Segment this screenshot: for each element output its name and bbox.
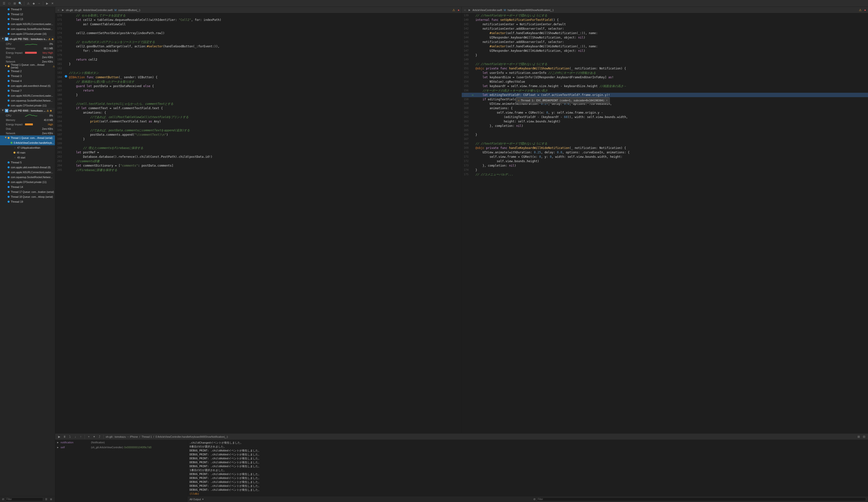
thread7-item[interactable]: Thread 7 [0,88,55,93]
bullet-t7 [8,90,10,92]
var-name-self: self [61,446,90,449]
console-line-13: DEBUG_PRINT: .childAddedイベントが発生しました。 [189,488,866,492]
continue-btn[interactable]: ▶ [57,435,61,439]
bc-method2[interactable]: handleKeyboardWillShowNotification(_:) [508,9,554,11]
step-over-btn[interactable]: ⤵ [68,435,72,439]
bc-file2[interactable]: ArticleViewController.swift [473,9,502,11]
thread-13-item[interactable]: Thread 13 [0,17,55,22]
proc1-cpu-value: 0% [38,43,53,46]
thread3-item[interactable]: Thread 3 [0,73,55,79]
add-expr-btn[interactable]: + [87,435,91,439]
filter-grid-icon[interactable]: ⊞ [49,497,53,501]
thread17-item[interactable]: Thread 17 Queue: com...tivation (serial) [0,189,55,194]
frame48-item[interactable]: 48 main [0,150,55,155]
top-toolbar: ☰ □ ⊞ 🔍 ⚠ ◆ → ▶ ✕ [0,0,868,7]
breakpoint-184[interactable] [65,75,67,78]
all-output-arrow[interactable]: ▼ [202,498,204,501]
thread1b-item[interactable]: ▶ Thread 1 Queue: com....thread (serial) [0,135,55,140]
breakpoint-icon[interactable]: ◆ [32,1,35,6]
error-left-icon[interactable]: ● [456,8,461,12]
thread-9-label: Thread 9 [11,8,22,11]
svg-rect-1 [25,123,33,126]
thread4-item[interactable]: Thread 4 [0,79,55,83]
split-btn[interactable]: ⊟ [862,435,866,439]
search-icon[interactable]: 🔍 [18,1,22,6]
bc-file1[interactable]: ArticleViewController.swift [83,9,113,11]
thread-ukit6-item[interactable]: com.apple.uikit.eventfetch-thread (6) [0,83,55,88]
thread-cf11a-item[interactable]: com.apple.CFSocket.private (11) [0,103,55,108]
process1-header[interactable]: ▶ ⊕ oh-gili PID 7501 : tomokazu o... ⚠ ⊕ [0,36,55,42]
proc2-disk-row: Disk Zero KB/s [0,127,55,131]
thread2-item[interactable]: Thread 2 [0,69,55,73]
nav-back-right[interactable]: ◀ [463,8,467,12]
thread3-label: Thread 3 [11,74,22,78]
bc-ohgili2[interactable]: oh-gili [74,9,81,11]
bc-sep6: › [506,9,507,11]
sidebar-toggle-icon[interactable]: ☰ [2,1,6,6]
frame49-item[interactable]: ○ 49 start [0,155,55,160]
all-output-label: All Output [189,498,201,501]
thread5-item[interactable]: Thread 5 [0,160,55,165]
filter-list-icon[interactable]: ☰ [44,497,48,501]
thread-cf11b-item[interactable]: com.apple.CFSocket.private (11) [0,180,55,184]
thread1a-item[interactable]: ▶ Thread 1 Queue: com....thread (serial)… [0,64,55,69]
expr-btn[interactable]: ✦ [92,435,96,439]
proc2-mem-label: Memory [6,119,37,121]
frame47-item[interactable]: ○ 47 UIApplicationMain [0,145,55,150]
tooltip-close-icon[interactable]: ✕ [606,98,608,102]
nav-fwd-left[interactable]: ▶ [61,8,65,12]
filter-input[interactable] [5,497,43,501]
debug-device: oh-gili : tomokazu → iPhone [106,435,138,438]
thread-9-item[interactable]: Thread 9 [0,7,55,12]
layout-btn[interactable]: ⊞ [857,435,861,439]
thread-ukit8-item[interactable]: com.apple.uikit.eventfetch-thread (8) [0,165,55,170]
thread1a-label: Thread 1 Queue: com....thread (serial) [11,63,52,69]
rline-147: 147 UIResponder.keyboardWillHideNotifica… [462,49,868,53]
frame0-item[interactable]: 0 ArticleViewController.handleKeyb... [0,140,55,145]
breakpoint-tooltip: ⚠ Thread 1: EXC_BREAKPOINT (code=1, subc… [516,97,610,103]
step-icon[interactable]: → [37,1,41,6]
bc-sep5: › [503,9,503,11]
thread-sq1-item[interactable]: com.squareup.SocketRocket.Networ... [0,27,55,31]
thread18-item[interactable]: Thread 18 Queue: com...rkloop (serial) [0,194,55,199]
share-btn[interactable]: ⤴ [97,435,102,439]
error-right-icon[interactable]: ● [863,8,867,12]
stop-icon[interactable]: ✕ [51,1,54,6]
thread-nsurl1-item[interactable]: com.apple.NSURLConnectionLoader... [0,22,55,27]
process2-header[interactable]: ▶ ⊕ oh-gili PID 8065 : tomokazu ... ⚠ ⊕ [0,108,55,113]
bc-m2[interactable]: M [504,9,506,11]
bc-m1[interactable]: M [114,9,117,11]
var-arrow-self: ▶ [57,446,60,449]
thread-sq3-item[interactable]: com.squareup.SocketRocket.Networ... [0,175,55,180]
debug-toolbar: ▶ ⏸ ⤵ ↓ ↑ + ✦ ⤴ oh-gili : tomokazu → iPh… [55,433,868,440]
run-icon[interactable]: ▶ [45,1,49,6]
step-into-btn[interactable]: ↓ [73,435,77,439]
console-panel[interactable]: .childChangedイベントが発生しました。 0番目の行が選択されました。… [188,440,868,496]
tooltip-warning-icon: ⚠ [518,98,519,102]
bullet-cf11b [8,181,10,183]
bc-ohgili1[interactable]: oh-gili [66,9,73,11]
pause-btn[interactable]: ⏸ [63,435,66,439]
grid-icon[interactable]: ⊞ [13,1,17,6]
nav-back-left[interactable]: ◀ [56,8,60,12]
console-filter-input[interactable] [537,497,866,501]
thread-nsurl2-item[interactable]: com.apple.NSURLConnectionLoader... [0,93,55,98]
bc-sep1: › [73,9,74,11]
code-line-183: 183 //コメント投稿ボタン [55,71,462,75]
thread14-item[interactable]: Thread 14 [0,184,55,189]
editor-right-content: 139 // //textFieldがキーボードで隠れないようにする 140 i… [462,13,868,433]
code-line-195: 195 [55,124,462,128]
code-line-188: 188 } [55,93,462,97]
nav-fwd-right[interactable]: ▶ [468,8,472,12]
bc-method1[interactable]: commentButton(_:) [118,9,140,11]
thread-cf16-item[interactable]: com.apple.CFSocket.private (16) [0,31,55,36]
thread-nsurl3-item[interactable]: com.apple.NSURLConnectionLoader... [0,170,55,175]
step-out-btn[interactable]: ↑ [79,435,83,439]
warning-left-icon[interactable]: ⚠ [452,8,456,12]
thread19-item[interactable]: Thread 19 [0,199,55,204]
warning-icon[interactable]: ⚠ [26,1,30,6]
scheme-icon[interactable]: □ [7,1,11,6]
thread-12-item[interactable]: Thread 12 [0,12,55,17]
warning-right-icon[interactable]: ⚠ [858,8,862,12]
thread-sq2-item[interactable]: com.squareup.SocketRocket.Networ... [0,98,55,103]
